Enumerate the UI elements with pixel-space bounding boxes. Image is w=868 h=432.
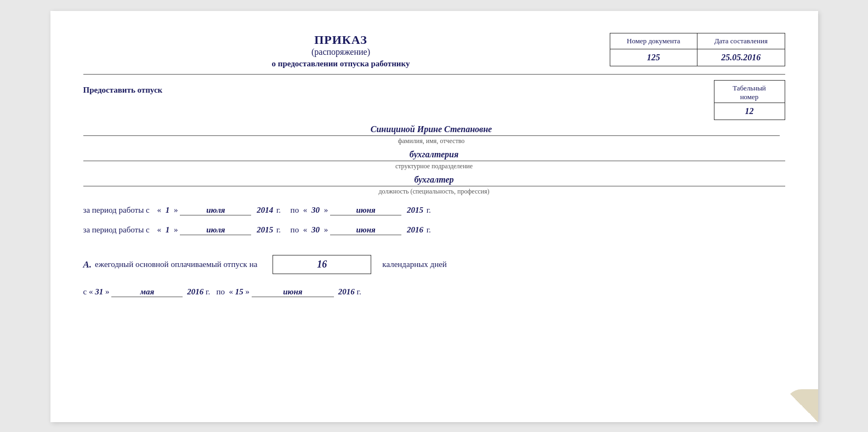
- date-range-row: с « 31 » мая 2016 г. по « 15 » июня 2016…: [83, 287, 785, 297]
- period-from-year: 2014 г.: [253, 206, 286, 215]
- section-a-letter: А.: [83, 259, 92, 270]
- tabel-block: Табельный номер 12: [714, 80, 785, 120]
- period-open-quote: « 1 »: [155, 225, 178, 235]
- dept-wrap: бухгалтерия структурное подразделение: [83, 150, 785, 170]
- name-row: Синициной Ирине Степановне фамилия, имя,…: [83, 124, 785, 145]
- dr-from-month: мая: [111, 287, 183, 297]
- dr-to-year: 2016 г.: [336, 287, 361, 297]
- period-row: за период работы с « 1 » июля 2015 г. по…: [83, 225, 785, 235]
- section-a-text: ежегодный основной оплачиваемый отпуск н…: [95, 260, 257, 269]
- days-box: 16: [273, 255, 371, 274]
- period-to-month: июня: [330, 225, 401, 235]
- period-open-quote: « 1 »: [155, 206, 178, 215]
- period-po: по: [286, 225, 303, 235]
- dr-to-month: июня: [252, 287, 334, 297]
- periods-container: за период работы с « 1 » июля 2014 г. по…: [83, 206, 785, 235]
- name-hint: фамилия, имя, отчество: [83, 137, 780, 145]
- period-row: за период работы с « 1 » июля 2014 г. по…: [83, 206, 785, 215]
- dept-hint: структурное подразделение: [83, 162, 785, 170]
- period-label: за период работы с: [83, 206, 150, 215]
- tabel-label: Табельный номер: [714, 81, 785, 103]
- period-to-open-quote: « 30 »: [303, 206, 328, 215]
- period-to-year: 2015 г.: [404, 206, 431, 215]
- days-suffix: календарных дней: [382, 260, 447, 269]
- header-divider: [83, 74, 785, 75]
- dept-value: бухгалтерия: [83, 150, 785, 161]
- doc-num-label: Номер документа: [610, 33, 697, 49]
- section-a-row: А. ежегодный основной оплачиваемый отпус…: [83, 255, 785, 274]
- document: ПРИКАЗ (распоряжение) о предоставлении о…: [50, 11, 818, 422]
- period-from-year: 2015 г.: [253, 225, 286, 235]
- position-value: бухгалтер: [83, 175, 785, 186]
- doc-date-value: 25.05.2016: [697, 49, 785, 66]
- tabel-value: 12: [714, 103, 785, 120]
- provide-label: Предоставить отпуск: [83, 80, 163, 98]
- doc-info-table: Номер документа Дата составления 125 25.…: [610, 33, 785, 66]
- doc-title-desc: о предоставлении отпуска работнику: [83, 59, 599, 69]
- period-po: по: [286, 206, 303, 215]
- doc-title-main: ПРИКАЗ: [83, 33, 599, 47]
- period-to-open-quote: « 30 »: [303, 225, 328, 235]
- dr-from-prefix: с « 31 »: [83, 287, 110, 297]
- dr-to-open: « 15 »: [229, 287, 249, 297]
- period-label: за период работы с: [83, 225, 150, 235]
- dr-from-year: 2016 г.: [185, 287, 216, 297]
- period-from-month: июля: [180, 206, 251, 215]
- period-to-year: 2016 г.: [404, 225, 431, 235]
- position-wrap: бухгалтер должность (специальность, проф…: [83, 175, 785, 196]
- name-wrap: Синициной Ирине Степановне фамилия, имя,…: [83, 124, 780, 145]
- title-block: ПРИКАЗ (распоряжение) о предоставлении о…: [83, 33, 610, 69]
- doc-title-sub: (распоряжение): [83, 47, 599, 57]
- doc-date-label: Дата составления: [697, 33, 785, 49]
- provide-section: Предоставить отпуск Табельный номер 12: [83, 80, 785, 120]
- doc-num-value: 125: [610, 49, 697, 66]
- period-to-month: июня: [330, 206, 401, 215]
- header-row: ПРИКАЗ (распоряжение) о предоставлении о…: [83, 33, 785, 69]
- employee-name: Синициной Ирине Степановне: [83, 124, 780, 136]
- position-hint: должность (специальность, профессия): [83, 187, 785, 196]
- period-from-month: июля: [180, 225, 251, 235]
- dr-po: по: [216, 287, 229, 297]
